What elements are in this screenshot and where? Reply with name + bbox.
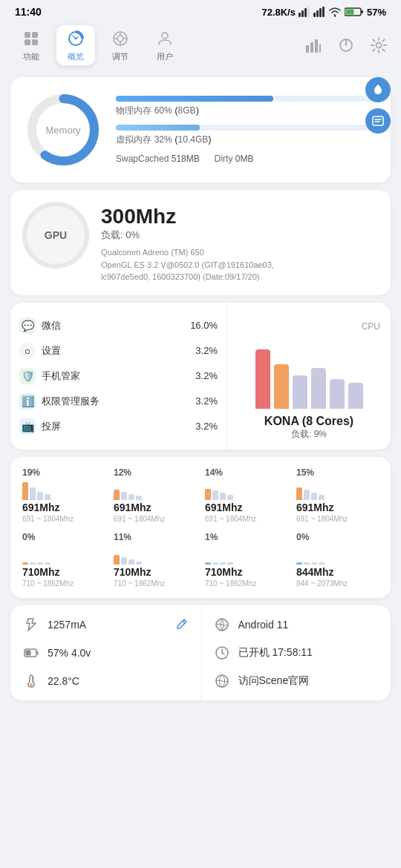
gpu-desc: Qualcomm Adreno (TM) 650 OpenGL ES 3.2 V… [101,246,379,283]
core-freq-5: 710Mhz [114,566,151,578]
core-bar [227,495,233,500]
tab-tune[interactable]: 调节 [101,25,140,65]
tab-func-label: 功能 [23,51,39,62]
app-pct-cast: 3.2% [195,421,218,432]
tab-overview[interactable]: 概览 [56,25,95,65]
svg-rect-24 [306,45,309,53]
battery-pct: 57% [367,7,386,18]
cores-card: 19%691Mhz691 ~ 1804Mhz12%691Mhz691 ~ 180… [10,457,391,598]
core-pct-3: 15% [296,467,314,478]
core-bar [22,482,28,500]
bottom-right: Android 11 已开机 17:58:11 访问Scene官网 [201,605,391,700]
core-bar [128,494,134,500]
tab-func[interactable]: 功能 [12,25,50,65]
core-range-0: 691 ~ 1804Mhz [22,515,74,523]
core-bar [205,489,211,500]
core-bars-2 [205,479,233,500]
signal-icon2 [313,7,325,17]
overview-icon [65,28,86,49]
chart-action-icon[interactable] [303,35,324,56]
bar-3 [293,375,307,409]
svg-rect-9 [361,10,363,13]
svg-point-16 [75,38,77,40]
virtual-bar-fill [116,125,200,131]
gpu-load: 负载: 0% [101,228,379,242]
list-item: ○ 设置 3.2% [19,338,218,364]
info-row-website[interactable]: 访问Scene官网 [213,672,379,690]
bar-2 [274,364,289,409]
temp-icon [22,672,40,690]
app-pct-wechat: 16.0% [190,320,218,331]
app-icon-wechat: 💬 [19,318,36,334]
clock-icon [213,644,231,662]
svg-line-36 [183,621,185,623]
bottom-card: 1257mA 57% 4.0v [10,605,391,700]
power-action-icon[interactable] [336,35,356,56]
bar-chart [255,335,363,409]
core-bar [121,492,127,500]
tab-tune-label: 调节 [112,51,128,62]
core-bar [128,559,134,565]
core-range-1: 691 ~ 1804Mhz [114,515,165,523]
virtual-mem-label: 虚拟内存 32% (10.4GB) [116,134,379,146]
svg-rect-1 [301,10,304,17]
list-item: ℹ️ 权限管理服务 3.2% [19,389,218,414]
nav-actions [303,35,389,56]
info-row-power: 1257mA [22,616,189,634]
func-icon [21,28,42,49]
clean-mem-button[interactable] [365,77,391,102]
svg-rect-2 [304,8,307,17]
bottom-left: 1257mA 57% 4.0v [10,605,201,700]
core-bar [311,562,317,565]
core-item-5: 11%710Mhz710 ~ 1862Mhz [114,532,196,588]
memory-label: Memory [46,125,81,136]
app-name-guardian: 手机管家 [42,369,189,383]
virtual-mem-row: 虚拟内存 32% (10.4GB) [116,125,379,146]
gpu-circle: GPU [22,202,89,269]
core-bar [220,493,226,500]
edit-power-icon[interactable] [175,617,189,633]
nav-tabs: 功能 概览 [12,25,184,65]
memory-card: Memory 物理内存 60% (8GB) 虚拟内存 32% (10.4GB) … [10,77,391,183]
svg-rect-14 [32,39,38,45]
signal-icon [299,7,310,17]
core-bars-5 [114,544,142,565]
svg-rect-7 [322,7,325,17]
core-item-6: 1%710Mhz710 ~ 1862Mhz [205,532,287,588]
physical-mem-row: 物理内存 60% (8GB) [116,96,379,117]
core-bar [220,562,226,565]
core-pct-1: 12% [114,467,131,478]
app-icon-settings: ○ [19,343,36,359]
core-item-1: 12%691Mhz691 ~ 1804Mhz [114,467,196,523]
svg-rect-0 [299,13,301,17]
svg-rect-6 [319,8,322,17]
core-bars-3 [296,479,325,500]
user-icon [154,28,175,49]
core-pct-0: 19% [22,467,40,478]
status-time: 11:40 [15,6,42,18]
cpu-load: 负载: 9% [291,428,327,441]
core-bars-1 [114,479,142,500]
svg-point-23 [162,33,168,39]
svg-line-46 [222,653,224,654]
physical-bar-fill [116,96,273,102]
svg-rect-27 [319,44,321,53]
core-bar [205,562,211,565]
svg-point-30 [376,43,382,48]
settings-action-icon[interactable] [368,35,389,56]
nav-bar: 功能 概览 [0,21,401,70]
memory-details: 物理内存 60% (8GB) 虚拟内存 32% (10.4GB) SwapCac… [116,96,379,164]
battery-icon [345,7,364,17]
mem-info-button[interactable] [365,108,391,134]
tab-overview-label: 概览 [68,51,84,62]
app-name-settings: 设置 [42,344,189,358]
core-range-3: 691 ~ 1804Mhz [296,515,348,523]
uptime-value: 已开机 17:58:11 [238,646,379,660]
os-value: Android 11 [238,619,379,631]
core-bars-7 [296,544,325,565]
physical-bar-bg [116,96,379,102]
core-pct-5: 11% [114,532,131,542]
core-bar [136,496,142,500]
tab-user[interactable]: 用户 [146,25,184,65]
svg-point-43 [30,683,33,686]
